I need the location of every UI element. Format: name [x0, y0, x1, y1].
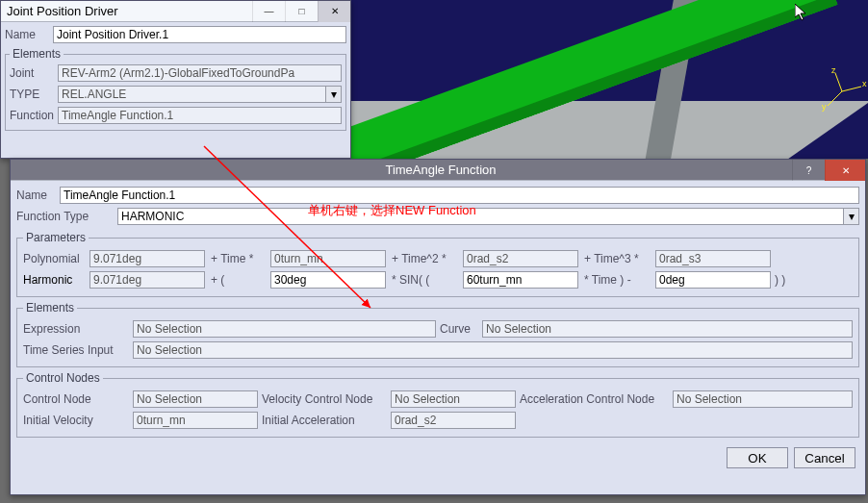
control-nodes-legend: Control Nodes [23, 371, 103, 385]
plus-time2-label: + Time^2 * [390, 252, 459, 265]
acceleration-control-node-label: Acceleration Control Node [520, 392, 669, 406]
harm-a0-input[interactable] [89, 271, 205, 289]
parameters-legend: Parameters [23, 231, 89, 244]
poly-a1-input[interactable] [270, 250, 386, 267]
initial-velocity-label: Initial Velocity [23, 414, 129, 427]
sin-label: * SIN( ( [390, 273, 459, 287]
elements-legend: Elements [10, 47, 64, 61]
harmonic-label: Harmonic [23, 273, 86, 287]
close-button[interactable]: ✕ [318, 1, 350, 22]
poly-a3-input[interactable] [655, 250, 771, 267]
titlebar[interactable]: Joint Position Driver — □ ✕ [1, 1, 350, 22]
svg-line-1 [835, 73, 842, 91]
function-input[interactable] [58, 107, 342, 124]
expression-label: Expression [23, 322, 129, 336]
poly-a2-input[interactable] [463, 250, 578, 267]
joint-input[interactable] [58, 64, 342, 82]
curve-label: Curve [440, 322, 478, 336]
elements-group: Elements Expression Curve Time Series In… [16, 301, 859, 367]
svg-text:z: z [831, 65, 836, 75]
parameters-group: Parameters Polynomial + Time * + Time^2 … [16, 231, 859, 297]
timeangle-function-window: TimeAngle Function ? ✕ Name Function Typ… [10, 159, 866, 495]
window-title: TimeAngle Function [16, 163, 865, 177]
velocity-control-node-input[interactable] [391, 390, 516, 408]
type-label: TYPE [10, 88, 58, 101]
initial-acceleration-input[interactable] [391, 412, 516, 429]
harm-phase-input[interactable] [655, 271, 771, 289]
type-select[interactable] [58, 86, 342, 103]
name-label: Name [16, 189, 60, 202]
chevron-down-icon[interactable]: ▾ [843, 209, 858, 224]
ok-button[interactable]: OK [727, 447, 788, 468]
time-series-input-label: Time Series Input [23, 343, 129, 357]
joint-label: Joint [10, 66, 58, 80]
control-nodes-group: Control Nodes Control Node Velocity Cont… [16, 371, 859, 438]
initial-acceleration-label: Initial Acceleration [262, 414, 387, 427]
polynomial-label: Polynomial [23, 252, 86, 265]
cancel-button[interactable]: Cancel [794, 447, 855, 468]
plus-time-label: + Time * [209, 252, 267, 265]
name-input[interactable] [53, 26, 346, 43]
function-type-select[interactable] [117, 208, 859, 225]
expression-input[interactable] [133, 320, 436, 338]
close-paren-label: ) ) [775, 273, 792, 287]
viewport-3d[interactable]: x z y [351, 0, 868, 159]
axis-gizmo: x z y [818, 67, 866, 117]
plus-time3-label: + Time^3 * [582, 252, 651, 265]
svg-text:y: y [822, 102, 827, 112]
harm-amp-input[interactable] [270, 271, 386, 289]
curve-input[interactable] [482, 320, 853, 338]
initial-velocity-input[interactable] [133, 412, 258, 429]
time-series-input[interactable] [133, 341, 853, 359]
elements-legend: Elements [23, 301, 77, 314]
joint-position-driver-window: Joint Position Driver — □ ✕ Name Element… [0, 0, 351, 159]
chevron-down-icon[interactable]: ▾ [325, 87, 341, 102]
control-node-input[interactable] [133, 390, 258, 408]
svg-line-2 [828, 91, 842, 106]
function-label: Function [10, 109, 58, 122]
name-input[interactable] [60, 187, 859, 204]
plus-paren-label: + ( [209, 273, 267, 287]
window-title: Joint Position Driver [7, 4, 118, 18]
elements-group: Elements Joint TYPE ▾ Function [5, 47, 346, 131]
name-label: Name [5, 28, 53, 41]
svg-line-0 [842, 87, 861, 91]
velocity-control-node-label: Velocity Control Node [262, 392, 387, 406]
restore-button[interactable]: □ [285, 1, 318, 22]
function-type-label: Function Type [16, 210, 117, 223]
acceleration-control-node-input[interactable] [673, 390, 853, 408]
help-button[interactable]: ? [792, 160, 825, 181]
minimize-button[interactable]: — [252, 1, 285, 22]
close-button[interactable]: ✕ [825, 160, 865, 181]
harm-freq-input[interactable] [463, 271, 578, 289]
poly-a0-input[interactable] [89, 250, 205, 267]
control-node-label: Control Node [23, 392, 129, 406]
time-min-label: * Time ) - [582, 273, 651, 287]
titlebar[interactable]: TimeAngle Function ? ✕ [11, 160, 865, 181]
svg-text:x: x [862, 79, 867, 88]
